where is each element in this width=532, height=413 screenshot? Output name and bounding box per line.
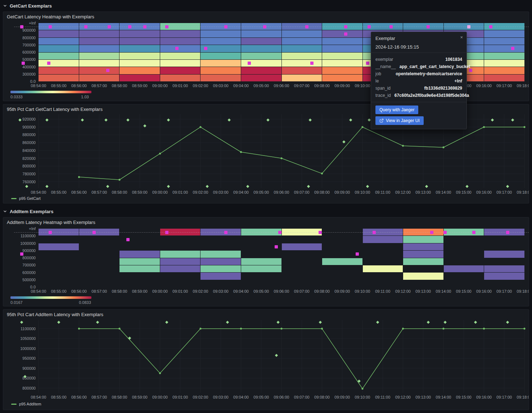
- exemplar-diamond[interactable]: [366, 185, 369, 188]
- series-legend[interactable]: p95 GetCart: [11, 196, 41, 201]
- exemplar-diamond[interactable]: [368, 118, 371, 121]
- exemplar-marker[interactable]: [356, 252, 359, 256]
- exemplar-diamond[interactable]: [276, 321, 279, 324]
- exemplar-diamond[interactable]: [128, 337, 131, 340]
- exemplar-marker[interactable]: [143, 25, 146, 28]
- exemplar-marker-selected[interactable]: [467, 25, 470, 28]
- exemplar-marker[interactable]: [248, 62, 251, 65]
- panel-title[interactable]: 95th Pct Cart GetCart Latency with Exemp…: [7, 107, 103, 112]
- exemplar-diamond[interactable]: [275, 354, 278, 357]
- exemplar-marker[interactable]: [430, 231, 433, 234]
- exemplar-diamond[interactable]: [465, 185, 468, 188]
- series-point[interactable]: [78, 176, 80, 178]
- exemplar-marker[interactable]: [49, 25, 52, 28]
- exemplar-marker[interactable]: [93, 231, 96, 234]
- exemplar-diamond[interactable]: [506, 185, 509, 188]
- exemplar-marker[interactable]: [263, 25, 266, 28]
- series-point[interactable]: [361, 388, 363, 390]
- exemplar-diamond[interactable]: [167, 118, 170, 121]
- exemplar-diamond[interactable]: [206, 185, 209, 188]
- exemplar-diamond[interactable]: [319, 321, 322, 324]
- exemplar-marker[interactable]: [506, 231, 509, 234]
- series-point[interactable]: [321, 328, 323, 329]
- chevron-down-icon[interactable]: [3, 4, 7, 8]
- exemplar-marker[interactable]: [305, 25, 308, 28]
- exemplar-diamond[interactable]: [376, 321, 379, 324]
- exemplar-diamond[interactable]: [57, 321, 60, 324]
- series-point[interactable]: [159, 153, 161, 154]
- exemplar-diamond[interactable]: [342, 140, 345, 143]
- series-point[interactable]: [483, 126, 485, 128]
- series-point[interactable]: [523, 328, 525, 329]
- exemplar-marker[interactable]: [278, 231, 281, 234]
- exemplar-diamond[interactable]: [425, 185, 428, 188]
- exemplar-diamond[interactable]: [349, 118, 352, 121]
- exemplar-marker[interactable]: [344, 32, 347, 36]
- series-point[interactable]: [118, 179, 120, 181]
- chevron-down-icon[interactable]: [3, 209, 7, 214]
- exemplar-marker[interactable]: [128, 25, 131, 28]
- exemplar-marker[interactable]: [165, 231, 168, 234]
- exemplar-marker[interactable]: [366, 62, 369, 65]
- exemplar-marker[interactable]: [106, 69, 109, 72]
- exemplar-diamond[interactable]: [126, 118, 129, 121]
- exemplar-marker[interactable]: [368, 25, 371, 28]
- series-legend-label[interactable]: p95 GetCart: [19, 196, 41, 201]
- exemplar-marker[interactable]: [344, 25, 347, 28]
- exemplar-marker[interactable]: [427, 25, 430, 28]
- exemplar-marker[interactable]: [224, 231, 227, 234]
- series-point[interactable]: [199, 328, 201, 329]
- exemplar-diamond[interactable]: [266, 118, 269, 121]
- exemplar-marker[interactable]: [175, 47, 179, 50]
- panel-title[interactable]: GetCart Latency Heatmap with Exemplars: [7, 14, 94, 19]
- exemplar-marker[interactable]: [165, 25, 168, 28]
- exemplar-marker[interactable]: [489, 25, 492, 28]
- series-point[interactable]: [402, 328, 404, 329]
- exemplar-diamond[interactable]: [246, 185, 249, 188]
- exemplar-diamond[interactable]: [226, 321, 229, 324]
- exemplar-marker[interactable]: [275, 245, 278, 248]
- series-point[interactable]: [442, 328, 444, 329]
- section-row-additem-exemplars[interactable]: AddItem Exemplars: [3, 206, 53, 217]
- series-point[interactable]: [199, 126, 201, 128]
- exemplar-marker[interactable]: [310, 62, 314, 65]
- series-point[interactable]: [321, 172, 323, 174]
- exemplar-marker[interactable]: [469, 69, 472, 72]
- exemplar-marker[interactable]: [108, 25, 111, 28]
- exemplar-diamond[interactable]: [443, 321, 446, 324]
- exemplar-marker[interactable]: [224, 25, 227, 28]
- exemplar-diamond[interactable]: [308, 118, 311, 121]
- exemplar-marker[interactable]: [20, 252, 23, 256]
- series-point[interactable]: [280, 157, 282, 159]
- series-legend-label[interactable]: p95 AddItem: [19, 402, 41, 406]
- exemplar-marker[interactable]: [47, 62, 50, 65]
- exemplar-marker[interactable]: [319, 231, 322, 234]
- section-row-getcart-exemplars[interactable]: GetCart Exemplars: [3, 0, 52, 11]
- exemplar-diamond[interactable]: [45, 118, 48, 121]
- exemplar-diamond[interactable]: [227, 118, 230, 121]
- exemplar-diamond[interactable]: [491, 118, 494, 121]
- close-icon[interactable]: ×: [460, 35, 463, 40]
- exemplar-diamond[interactable]: [307, 185, 310, 188]
- series-point[interactable]: [361, 126, 363, 128]
- view-in-jaeger-ui-button[interactable]: View in Jaeger UI: [375, 116, 424, 125]
- exemplar-diamond[interactable]: [104, 118, 107, 121]
- exemplar-diamond[interactable]: [96, 321, 99, 324]
- exemplar-marker[interactable]: [204, 47, 207, 50]
- series-point[interactable]: [240, 151, 242, 153]
- series-legend[interactable]: p95 AddItem: [11, 402, 41, 406]
- exemplar-marker[interactable]: [511, 47, 514, 50]
- series-point[interactable]: [78, 328, 80, 329]
- exemplar-diamond[interactable]: [167, 185, 170, 188]
- query-with-jaeger-button[interactable]: Query with Jaeger: [375, 106, 418, 114]
- exemplar-diamond[interactable]: [511, 118, 514, 121]
- exemplar-diamond[interactable]: [165, 321, 168, 324]
- series-point[interactable]: [280, 328, 282, 329]
- exemplar-diamond[interactable]: [106, 185, 109, 188]
- exemplar-diamond[interactable]: [45, 185, 48, 188]
- series-point[interactable]: [159, 372, 161, 374]
- series-point[interactable]: [442, 147, 444, 148]
- panel-title[interactable]: 95th Pct Cart AddItem Latency with Exemp…: [7, 312, 103, 317]
- exemplar-diamond[interactable]: [506, 321, 509, 324]
- exemplar-diamond[interactable]: [427, 321, 430, 324]
